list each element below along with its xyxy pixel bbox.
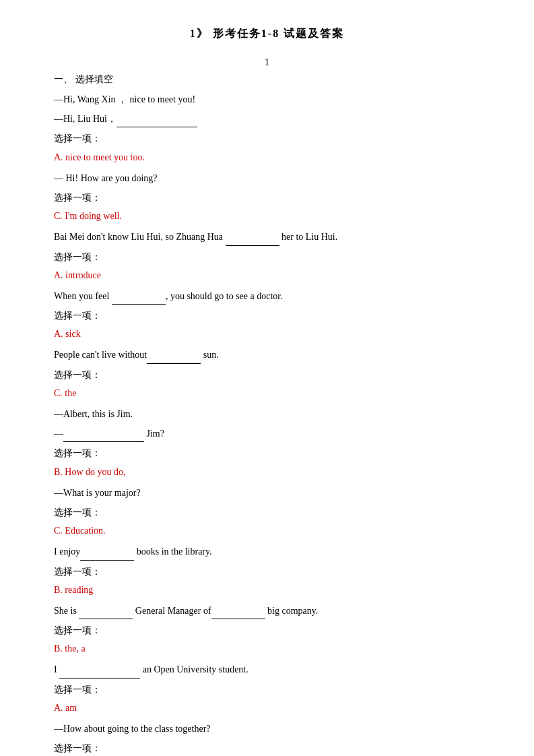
q2-prompt: 选择一项： — [54, 189, 480, 206]
q1-prompt: 选择一项： — [54, 130, 480, 147]
q9-answer: B. the, a — [54, 640, 480, 657]
q8-line1: I enjoy books in the library. — [54, 543, 480, 560]
question-9: She is General Manager of big company. 选… — [54, 602, 480, 658]
q4-answer: A. sick — [54, 325, 480, 342]
question-3: Bai Mei don't know Liu Hui, so Zhuang Hu… — [54, 228, 480, 284]
q3-prompt: 选择一项： — [54, 249, 480, 265]
q2-answer: C. I'm doing well. — [54, 208, 480, 224]
question-1: —Hi, Wang Xin ， nice to meet you! —Hi, L… — [54, 91, 480, 166]
q1-line2: —Hi, Liu Hui， — [54, 111, 480, 127]
question-4: When you feel , you should go to see a d… — [54, 288, 480, 343]
q5-line1: People can't live without sun. — [54, 346, 480, 363]
question-5: People can't live without sun. 选择一项： C. … — [54, 346, 480, 402]
q11-prompt: 选择一项： — [54, 740, 480, 756]
question-2: — Hi! How are you doing? 选择一项： C. I'm do… — [54, 170, 480, 225]
q8-prompt: 选择一项： — [54, 563, 480, 580]
q4-prompt: 选择一项： — [54, 307, 480, 324]
section-title: 一、 选择填空 — [54, 73, 480, 86]
q3-answer: A. introduce — [54, 267, 480, 284]
page-header: 1》 形考任务1-8 试题及答案 — [54, 27, 480, 41]
q10-line1: I an Open University student. — [54, 661, 480, 678]
q1-line1: —Hi, Wang Xin ， nice to meet you! — [54, 91, 480, 108]
q10-prompt: 选择一项： — [54, 681, 480, 698]
question-7: —What is your major? 选择一项： C. Education. — [54, 484, 480, 540]
question-10: I an Open University student. 选择一项： A. a… — [54, 661, 480, 716]
q7-line1: —What is your major? — [54, 484, 480, 501]
q7-answer: C. Education. — [54, 522, 480, 539]
q9-prompt: 选择一项： — [54, 622, 480, 639]
q4-line1: When you feel , you should go to see a d… — [54, 288, 480, 305]
question-11: —How about going to the class together? … — [54, 720, 480, 756]
q2-line1: — Hi! How are you doing? — [54, 170, 480, 187]
q6-prompt: 选择一项： — [54, 445, 480, 462]
q10-answer: A. am — [54, 699, 480, 716]
q8-answer: B. reading — [54, 581, 480, 598]
q3-line1: Bai Mei don't know Liu Hui, so Zhuang Hu… — [54, 228, 480, 245]
section-number: 1 — [54, 57, 480, 68]
q6-line2: — Jim? — [54, 425, 480, 442]
q6-line1: —Albert, this is Jim. — [54, 406, 480, 422]
q5-answer: C. the — [54, 385, 480, 402]
question-8: I enjoy books in the library. 选择一项： B. r… — [54, 543, 480, 598]
q7-prompt: 选择一项： — [54, 504, 480, 521]
q1-answer: A. nice to meet you too. — [54, 149, 480, 166]
q9-line1: She is General Manager of big company. — [54, 602, 480, 619]
q5-prompt: 选择一项： — [54, 367, 480, 383]
q6-answer: B. How do you do, — [54, 464, 480, 480]
q11-line1: —How about going to the class together? — [54, 720, 480, 737]
question-6: —Albert, this is Jim. — Jim? 选择一项： B. Ho… — [54, 406, 480, 480]
